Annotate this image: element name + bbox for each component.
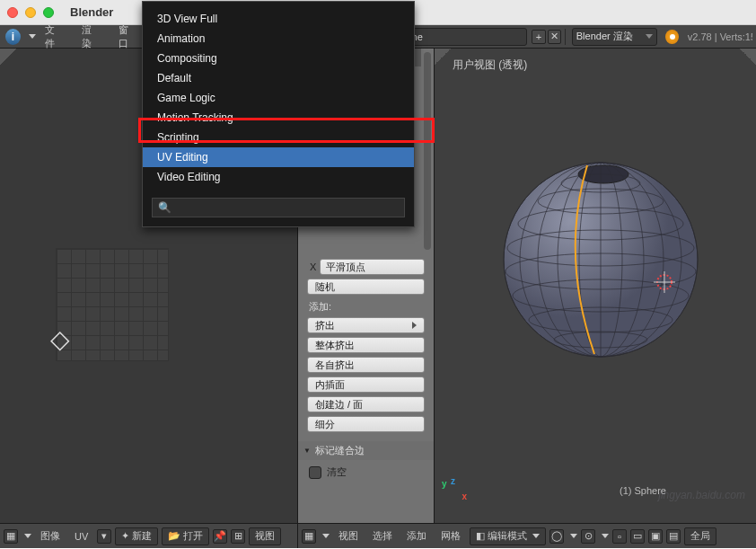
dropdown-item[interactable]: UV Editing [143, 147, 414, 167]
close-button[interactable] [7, 7, 18, 18]
shading-wire[interactable]: ◯ [549, 529, 564, 544]
version-text: v2.78 | Verts:15 [688, 31, 752, 42]
limit-sel-icon[interactable]: ▤ [666, 529, 681, 544]
menu-view[interactable]: 视图 [333, 529, 364, 543]
new-image-btn[interactable]: ✦新建 [115, 527, 158, 545]
axis-gizmo-icon: zyx [442, 476, 467, 501]
uv-editor-header: ▦ 图像 UV ▾ ✦新建 📂打开 📌 ⊞ 视图 [0, 524, 298, 548]
blender-logo-icon [665, 30, 679, 44]
app-title: Blender [70, 5, 113, 19]
sel-vert-icon[interactable]: ▫ [612, 529, 627, 544]
menu-render[interactable]: 渲染 [73, 23, 110, 50]
dropdown-item[interactable]: Default [143, 68, 414, 88]
dropdown-search[interactable]: 🔍 [152, 198, 405, 217]
menu-add[interactable]: 添加 [401, 529, 432, 543]
dropdown-item[interactable]: 3D View Full [143, 9, 414, 29]
editor-type-icon[interactable]: ▦ [4, 529, 18, 544]
snap-btn[interactable]: ⊞ [231, 529, 245, 544]
menu-window[interactable]: 窗口 [110, 23, 146, 50]
add-label: 添加: [298, 297, 434, 315]
sel-edge-icon[interactable]: ▭ [630, 529, 645, 544]
image-browse-btn[interactable]: ▾ [97, 529, 111, 544]
extrude-each-btn[interactable]: 各自挤出 [307, 357, 425, 373]
create-edge-face-btn[interactable]: 创建边 / 面 [307, 396, 425, 412]
checkbox-icon[interactable] [309, 466, 321, 479]
bottom-bar: ▦ 图像 UV ▾ ✦新建 📂打开 📌 ⊞ 视图 ▦ 视图 选择 添加 网格 ◧… [0, 523, 756, 548]
scene-add-btn[interactable]: + [532, 30, 545, 44]
extrude-whole-btn[interactable]: 整体挤出 [307, 337, 425, 353]
menu-mesh[interactable]: 网格 [435, 529, 466, 543]
3d-viewport[interactable]: 用户视图 (透视) [435, 49, 756, 523]
clear-label: 清空 [327, 465, 347, 479]
menu-image[interactable]: 图像 [35, 529, 66, 543]
dropdown-item[interactable]: Video Editing [143, 167, 414, 187]
split-handle-tl[interactable] [0, 49, 16, 65]
info-icon[interactable]: i [5, 29, 21, 45]
random-btn[interactable]: 随机 [307, 279, 425, 295]
watermark: jingyan.baidu.com [658, 489, 745, 501]
clear-checkbox-row[interactable]: 清空 [298, 460, 434, 484]
dropdown-item[interactable]: Game Logic [143, 88, 414, 108]
render-engine-selector[interactable]: Blender 渲染 [572, 28, 657, 46]
search-icon: 🔍 [158, 201, 171, 214]
pivot-btn[interactable]: ⊙ [581, 529, 595, 544]
render-engine-value: Blender 渲染 [573, 30, 643, 43]
maximize-button[interactable] [43, 7, 54, 18]
sphere-mesh [488, 147, 713, 372]
inset-btn[interactable]: 内插面 [307, 376, 425, 393]
subdivide-btn[interactable]: 细分 [307, 416, 425, 432]
scene-del-btn[interactable]: ✕ [548, 30, 561, 44]
view-btn[interactable]: 视图 [249, 527, 281, 545]
uv-2d-cursor-icon [50, 327, 75, 352]
transform-orientation[interactable]: 全局 [684, 527, 716, 545]
pin-btn[interactable]: 📌 [213, 529, 227, 544]
sel-face-icon[interactable]: ▣ [648, 529, 663, 544]
traffic-lights [7, 7, 54, 18]
open-image-btn[interactable]: 📂打开 [162, 527, 209, 545]
x-label: X [310, 261, 316, 272]
menu-uvs[interactable]: UV [69, 531, 93, 542]
dropdown-item[interactable]: Animation [143, 29, 414, 49]
split-handle-tr2[interactable] [740, 49, 756, 65]
minimize-button[interactable] [25, 7, 36, 18]
menu-file[interactable]: 文件 [36, 23, 73, 50]
dropdown-item[interactable]: Compositing [143, 49, 414, 68]
half-vertex-btn[interactable]: 平滑顶点 [320, 259, 425, 275]
dropdown-item[interactable]: Scripting [143, 128, 414, 147]
dropdown-item[interactable]: Motion Tracking [143, 108, 414, 128]
search-input[interactable] [177, 202, 399, 213]
extrude-btn[interactable]: 挤出 [307, 317, 425, 333]
mode-selector[interactable]: ◧ 编辑模式 [470, 527, 546, 545]
menu-select[interactable]: 选择 [367, 529, 398, 543]
3d-viewport-header: ▦ 视图 选择 添加 网格 ◧ 编辑模式 ◯ ⊙ ▫ ▭ ▣ ▤ 全局 [298, 524, 756, 548]
layout-dropdown[interactable]: 3D View FullAnimationCompositingDefaultG… [142, 1, 415, 227]
editor-type-icon-3d[interactable]: ▦ [302, 529, 316, 544]
mark-seam-section[interactable]: 标记缝合边 [298, 441, 434, 460]
